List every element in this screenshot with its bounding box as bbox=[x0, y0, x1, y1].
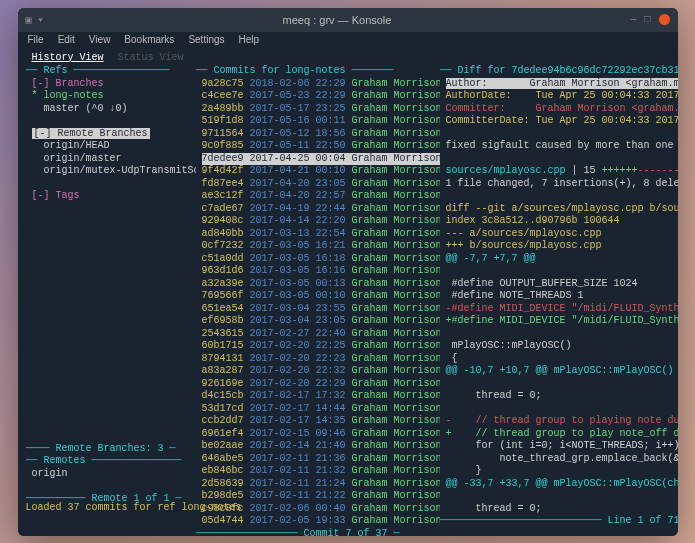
commit-row[interactable]: 9a28c75 2018-02-06 22:29 Graham Morrison bbox=[196, 78, 440, 91]
window-title: meeq : grv — Konsole bbox=[44, 14, 631, 26]
diff-author-date: AuthorDate: Tue Apr 25 00:04:33 2017 + bbox=[446, 90, 678, 101]
refs-panel[interactable]: ── Refs ──────────────── [-] Branches * … bbox=[26, 65, 196, 500]
diff-ctx: #define OUTPUT_BUFFER_SIZE 1024 bbox=[446, 278, 638, 289]
diff-ctx: for (int i=0; i<NOTE_THREADS; i++){ bbox=[446, 440, 678, 451]
diff-committer: Committer: Graham Morrison <graham.mo bbox=[446, 103, 678, 114]
commit-row[interactable]: 2d58639 2017-02-11 21:24 Graham Morrison bbox=[196, 478, 440, 491]
tab-history[interactable]: History View bbox=[26, 52, 110, 65]
remote-pager: Remote 1 of 1 bbox=[86, 493, 176, 504]
commit-row[interactable]: ad840bb 2017-03-13 22:54 Graham Morrison bbox=[196, 228, 440, 241]
branches-header[interactable]: [-] Branches bbox=[32, 78, 104, 89]
commit-row[interactable]: 2a489bb 2017-05-17 23:25 Graham Morrison bbox=[196, 103, 440, 116]
terminal-area[interactable]: History View Status View ── Refs ───────… bbox=[18, 50, 678, 536]
diff-del: - // thread group to playing note dura bbox=[446, 415, 678, 426]
commit-row[interactable]: 9711564 2017-05-12 18:56 Graham Morrison bbox=[196, 128, 440, 141]
diff-hunk: @@ -7,7 +7,7 @@ bbox=[446, 253, 536, 264]
refs-title: Refs bbox=[38, 65, 74, 76]
diff-committer-date: CommitterDate: Tue Apr 25 00:04:33 2017 … bbox=[446, 115, 678, 126]
commit-row[interactable]: ef6958b 2017-03-04 23:05 Graham Morrison bbox=[196, 315, 440, 328]
commit-row[interactable]: 2543615 2017-02-27 22:40 Graham Morrison bbox=[196, 328, 440, 341]
diff-file: sources/mplayosc.cpp bbox=[446, 165, 566, 176]
commit-row[interactable]: 651ea54 2017-03-04 23:55 Graham Morrison bbox=[196, 303, 440, 316]
commit-row[interactable]: 963d1d6 2017-03-05 16:16 Graham Morrison bbox=[196, 265, 440, 278]
commit-row[interactable]: 646abe5 2017-02-11 21:36 Graham Morrison bbox=[196, 453, 440, 466]
diff-add: +#define MIDI_DEVICE "/midi/FLUID_Synth_… bbox=[446, 315, 678, 326]
diff-del: -#define MIDI_DEVICE "/midi/FLUID_Synth_… bbox=[446, 303, 678, 314]
remote-item[interactable]: origin/mutex-UdpTransmitSocket bbox=[44, 165, 196, 176]
diff-ctx: { bbox=[446, 353, 458, 364]
commit-row[interactable]: c51a0dd 2017-03-05 16:18 Graham Morrison bbox=[196, 253, 440, 266]
diff-hunk: @@ -33,7 +33,7 @@ mPlayOSC::mPlayOSC(cha… bbox=[446, 478, 678, 489]
diff-ctx: } bbox=[446, 465, 482, 476]
diff-add: + // thread group to play note_off dur bbox=[446, 428, 678, 439]
commit-row[interactable]: eb846bc 2017-02-11 21:32 Graham Morrison bbox=[196, 465, 440, 478]
diff-hdr: +++ b/sources/mplayosc.cpp bbox=[446, 240, 602, 251]
commit-row[interactable]: b298de5 2017-02-11 21:22 Graham Morrison bbox=[196, 490, 440, 503]
commit-row[interactable]: 0cf7232 2017-03-05 16:21 Graham Morrison bbox=[196, 240, 440, 253]
diff-summary: 1 file changed, 7 insertions(+), 8 delet… bbox=[446, 178, 678, 189]
commit-row[interactable]: 8794131 2017-02-20 22:23 Graham Morrison bbox=[196, 353, 440, 366]
diff-ctx: note_thread_grp.emplace_back(&mP bbox=[446, 453, 678, 464]
remotes-title: Remotes bbox=[38, 455, 92, 466]
commit-row[interactable]: ccb2dd7 2017-02-17 14:35 Graham Morrison bbox=[196, 415, 440, 428]
commit-row[interactable]: a32a39e 2017-03-05 00:13 Graham Morrison bbox=[196, 278, 440, 291]
close-icon[interactable] bbox=[659, 14, 670, 25]
remote-origin[interactable]: origin bbox=[32, 468, 68, 479]
diff-ctx: thread = 0; bbox=[446, 390, 542, 401]
commit-row[interactable]: 05d4744 2017-02-05 19:33 Graham Morrison bbox=[196, 515, 440, 528]
tags-header[interactable]: [-] Tags bbox=[32, 190, 80, 201]
commits-footer: Commit 7 of 37 bbox=[298, 528, 394, 536]
commit-row[interactable]: 9f4d42f 2017-04-21 00:10 Graham Morrison bbox=[196, 165, 440, 178]
commits-title: Commits for long-notes bbox=[208, 65, 352, 76]
menu-settings[interactable]: Settings bbox=[188, 34, 224, 48]
diff-hdr: --- a/sources/mplayosc.cpp bbox=[446, 228, 602, 239]
commit-row[interactable]: d4c15cb 2017-02-17 17:32 Graham Morrison bbox=[196, 390, 440, 403]
menu-file[interactable]: File bbox=[28, 34, 44, 48]
commit-row[interactable]: 926169e 2017-02-20 22:29 Graham Morrison bbox=[196, 378, 440, 391]
commit-row[interactable]: 929408c 2017-04-14 22:20 Graham Morrison bbox=[196, 215, 440, 228]
commit-row[interactable]: a83a287 2017-02-20 22:32 Graham Morrison bbox=[196, 365, 440, 378]
commit-row[interactable]: c98c8fc 2017-02-06 00:40 Graham Morrison bbox=[196, 503, 440, 516]
commit-row[interactable]: 53d17cd 2017-02-17 14:44 Graham Morrison bbox=[196, 403, 440, 416]
commit-row[interactable]: be02aae 2017-02-14 21:40 Graham Morrison bbox=[196, 440, 440, 453]
maximize-icon[interactable]: □ bbox=[644, 14, 650, 25]
tab-status[interactable]: Status View bbox=[112, 52, 190, 65]
remote-branches-header[interactable]: [-] Remote Branches bbox=[32, 128, 150, 139]
commit-row[interactable]: 9c0f885 2017-05-11 22:50 Graham Morrison bbox=[196, 140, 440, 153]
diff-hunk: @@ -10,7 +10,7 @@ mPlayOSC::mPlayOSC() bbox=[446, 365, 674, 376]
menu-bookmarks[interactable]: Bookmarks bbox=[124, 34, 174, 48]
commit-row[interactable]: c7ade67 2017-04-19 22:44 Graham Morrison bbox=[196, 203, 440, 216]
branch-selected[interactable]: * long-notes bbox=[32, 90, 104, 101]
diff-ctx: thread = 0; bbox=[446, 503, 542, 514]
commit-row[interactable]: 7dedee9 2017-04-25 00:04 Graham Morrison bbox=[196, 153, 440, 166]
menu-help[interactable]: Help bbox=[239, 34, 260, 48]
diff-footer: Line 1 of 71 bbox=[602, 515, 678, 526]
remote-item[interactable]: origin/HEAD bbox=[44, 140, 110, 151]
titlebar[interactable]: ▣▾ meeq : grv — Konsole — □ bbox=[18, 8, 678, 32]
branch-item[interactable]: master (^0 ↓0) bbox=[44, 103, 128, 114]
diff-hdr: index 3c8a512..d90796b 100644 bbox=[446, 215, 620, 226]
commit-row[interactable]: 60b1715 2017-02-20 22:25 Graham Morrison bbox=[196, 340, 440, 353]
minimize-icon[interactable]: — bbox=[630, 14, 636, 25]
menu-edit[interactable]: Edit bbox=[58, 34, 75, 48]
diff-panel[interactable]: ── Diff for 7dedee94b6c96dc72292ec37cb31… bbox=[440, 65, 678, 500]
diff-ctx: mPlayOSC::mPlayOSC() bbox=[446, 340, 572, 351]
diff-hdr: diff --git a/sources/mplayosc.cpp b/sour… bbox=[446, 203, 678, 214]
remote-item[interactable]: origin/master bbox=[44, 153, 122, 164]
diff-ctx: #define NOTE_THREADS 1 bbox=[446, 290, 584, 301]
diff-title: Diff for 7dedee94b6c96dc72292ec37cb31941 bbox=[452, 65, 678, 76]
commit-row[interactable]: 769566f 2017-03-05 00:10 Graham Morrison bbox=[196, 290, 440, 303]
commit-row[interactable]: ae3c12f 2017-04-20 22:57 Graham Morrison bbox=[196, 190, 440, 203]
menu-view[interactable]: View bbox=[89, 34, 111, 48]
app-icon: ▣▾ bbox=[26, 14, 44, 26]
konsole-window: ▣▾ meeq : grv — Konsole — □ File Edit Vi… bbox=[18, 8, 678, 536]
menubar[interactable]: File Edit View Bookmarks Settings Help bbox=[18, 32, 678, 50]
refs-footer: Remote Branches: 3 bbox=[50, 443, 170, 454]
commits-panel[interactable]: ── Commits for long-notes ─────── 9a28c7… bbox=[196, 65, 440, 500]
diff-subject: fixed sigfault caused by more than one N… bbox=[446, 140, 678, 151]
commit-row[interactable]: fd87ee4 2017-04-20 23:05 Graham Morrison bbox=[196, 178, 440, 191]
commit-row[interactable]: 6961ef4 2017-02-15 09:46 Graham Morrison bbox=[196, 428, 440, 441]
commit-row[interactable]: c4cee7e 2017-05-23 22:29 Graham Morrison bbox=[196, 90, 440, 103]
diff-author: Author: Graham Morrison <graham.mo bbox=[446, 78, 678, 89]
commit-row[interactable]: 519f1d8 2017-05-16 00:11 Graham Morrison bbox=[196, 115, 440, 128]
